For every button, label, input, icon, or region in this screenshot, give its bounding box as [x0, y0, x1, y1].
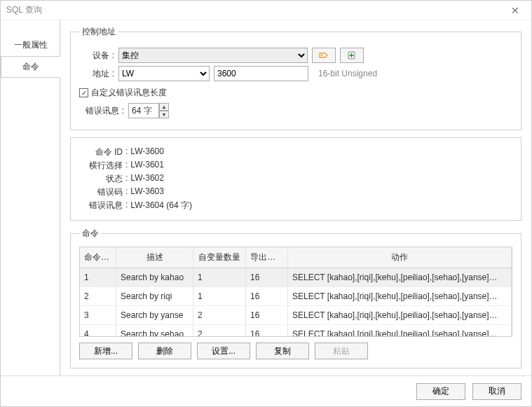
tab-command[interactable]: 命令	[1, 56, 60, 78]
spinner-down-icon[interactable]: ▼	[159, 111, 169, 118]
error-msg-spinner: 64 字 ▲ ▼	[128, 103, 169, 118]
error-msg-label: 错误讯息 :	[79, 105, 124, 117]
tab-content: 控制地址 设备 : 集控 地址 : LW	[60, 20, 531, 375]
titlebar: SQL 查询 ✕	[1, 1, 531, 20]
control-address-legend: 控制地址	[79, 26, 118, 38]
copy-button[interactable]: 复制	[256, 343, 309, 359]
ok-button[interactable]: 确定	[416, 383, 465, 400]
paste-button[interactable]: 粘贴	[315, 343, 368, 359]
table-body[interactable]: 1 Search by kahao 1 16 SELECT [kahao],[r…	[80, 268, 512, 336]
info-value: LW-3601	[130, 160, 164, 172]
table-row[interactable]: 4 Search by sehao 2 16 SELECT [kahao],[r…	[80, 325, 512, 336]
settings-button[interactable]: 设置...	[197, 343, 250, 359]
col-desc[interactable]: 描述	[116, 247, 193, 268]
cancel-button[interactable]: 取消	[472, 383, 521, 400]
tag-icon	[318, 50, 329, 60]
col-out[interactable]: 导出数量	[246, 247, 288, 268]
dialog-footer: 确定 取消	[1, 375, 531, 406]
window-title: SQL 查询	[6, 4, 505, 16]
info-label: 错误讯息	[79, 200, 123, 212]
address-input[interactable]	[214, 66, 308, 81]
tab-strip: 一般属性 命令	[1, 20, 60, 375]
command-buttons: 新增... 删除 设置... 复制 粘贴	[79, 343, 512, 359]
command-table: 命令 ID 描述 自变量数量 导出数量 动作 1 Search by kahao…	[79, 247, 512, 337]
data-type-label: 16-bit Unsigned	[318, 69, 377, 78]
device-select[interactable]: 集控	[118, 48, 308, 63]
col-id[interactable]: 命令 ID	[80, 247, 116, 268]
col-action[interactable]: 动作	[288, 247, 512, 268]
custom-error-length-checkbox[interactable]: ✓	[79, 88, 88, 97]
col-args[interactable]: 自变量数量	[193, 247, 246, 268]
spinner-up-icon[interactable]: ▲	[159, 103, 169, 111]
info-value: LW-3600	[130, 146, 164, 158]
svg-point-0	[321, 55, 322, 56]
custom-error-length-label: 自定义错误讯息长度	[91, 87, 167, 99]
command-group: 命令 命令 ID 描述 自变量数量 导出数量 动作 1	[70, 228, 521, 368]
dialog-window: SQL 查询 ✕ 一般属性 命令 控制地址 设备 : 集控	[0, 0, 532, 407]
address-summary: 命令 ID:LW-3600 横行选择:LW-3601 状态:LW-3602 错误…	[70, 137, 521, 221]
address-label: 地址 :	[79, 68, 114, 80]
close-icon[interactable]: ✕	[505, 5, 526, 16]
info-label: 错误码	[79, 186, 123, 198]
dialog-body: 一般属性 命令 控制地址 设备 : 集控	[1, 20, 531, 375]
info-value: LW-3602	[130, 173, 164, 185]
info-label: 命令 ID	[79, 146, 123, 158]
delete-button[interactable]: 删除	[138, 343, 191, 359]
table-row[interactable]: 1 Search by kahao 1 16 SELECT [kahao],[r…	[80, 268, 512, 287]
device-add-button[interactable]	[340, 48, 364, 63]
info-value: LW-3604 (64 字)	[130, 200, 192, 212]
add-doc-icon	[346, 50, 357, 60]
table-row[interactable]: 3 Search by yanse 2 16 SELECT [kahao],[r…	[80, 306, 512, 325]
add-button[interactable]: 新增...	[79, 343, 132, 359]
table-header: 命令 ID 描述 自变量数量 导出数量 动作	[80, 247, 512, 268]
info-label: 状态	[79, 173, 123, 185]
command-legend: 命令	[79, 228, 102, 240]
info-value: LW-3603	[130, 186, 164, 198]
control-address-group: 控制地址 设备 : 集控 地址 : LW	[70, 26, 521, 130]
address-type-select[interactable]: LW	[118, 66, 210, 81]
table-row[interactable]: 2 Search by riqi 1 16 SELECT [kahao],[ri…	[80, 287, 512, 306]
custom-error-length-row: ✓ 自定义错误讯息长度	[79, 87, 512, 99]
device-tag-button[interactable]	[312, 48, 336, 63]
device-label: 设备 :	[79, 50, 114, 62]
tab-general[interactable]: 一般属性	[1, 34, 60, 56]
info-label: 横行选择	[79, 160, 123, 172]
error-msg-value[interactable]: 64 字	[128, 103, 159, 118]
